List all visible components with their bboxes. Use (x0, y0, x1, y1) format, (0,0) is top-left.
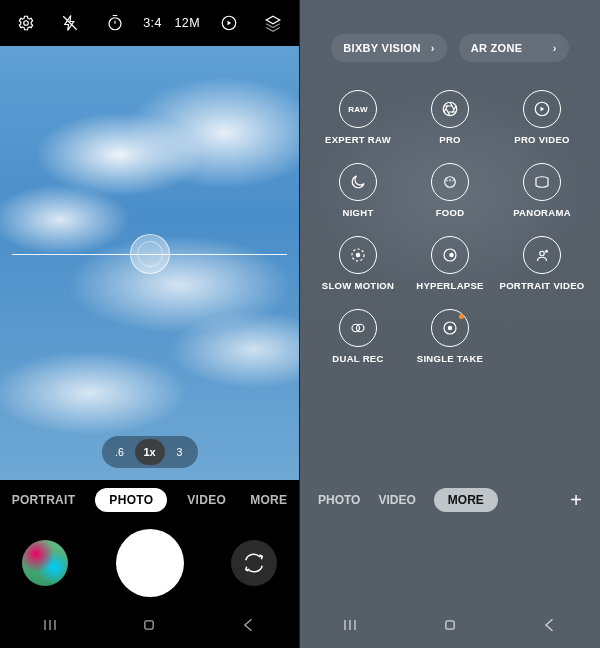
mode-label: PRO VIDEO (514, 134, 570, 145)
hyperlapse-icon (441, 246, 459, 264)
zoom-main[interactable]: 1x (135, 439, 165, 465)
mode-expert-raw[interactable]: RAW EXPERT RAW (312, 90, 404, 145)
nav-recents[interactable] (340, 615, 360, 639)
slow-motion-icon (349, 246, 367, 264)
mode-label: HYPERLAPSE (416, 280, 483, 291)
camera-photo-screen: 3:4 12M .6 1x 3 PORTRAIT PHOTO VIDEO MOR… (0, 0, 300, 648)
nav-back[interactable] (239, 615, 259, 639)
android-navbar (0, 606, 299, 648)
camera-controls (0, 520, 299, 606)
switch-camera-button[interactable] (231, 540, 277, 586)
recents-icon (340, 615, 360, 635)
zoom-ultrawide[interactable]: .6 (105, 439, 135, 465)
mode-label: EXPERT RAW (325, 134, 391, 145)
mode-selector[interactable]: PHOTO VIDEO MORE + (300, 480, 600, 520)
mode-label: PANORAMA (513, 207, 571, 218)
mode-video[interactable]: VIDEO (183, 488, 230, 512)
dual-rec-icon (349, 319, 367, 337)
badge-dot-icon (459, 314, 464, 319)
panorama-icon (533, 173, 551, 191)
svg-rect-7 (145, 621, 153, 629)
recents-icon (40, 615, 60, 635)
mode-single-take[interactable]: SINGLE TAKE (404, 309, 496, 364)
mode-panorama[interactable]: PANORAMA (496, 163, 588, 218)
bixby-vision-label: BIXBY VISION (343, 42, 420, 54)
mode-portrait-video[interactable]: PORTRAIT VIDEO (496, 236, 588, 291)
svg-point-14 (449, 253, 454, 258)
mode-night[interactable]: NIGHT (312, 163, 404, 218)
mode-portrait[interactable]: PORTRAIT (8, 488, 80, 512)
svg-point-20 (448, 326, 453, 331)
svg-rect-24 (446, 621, 454, 629)
shutter-button[interactable] (116, 529, 184, 597)
portrait-video-icon (533, 246, 551, 264)
home-icon (139, 615, 159, 635)
mode-label: PORTRAIT VIDEO (500, 280, 585, 291)
mode-food[interactable]: FOOD (404, 163, 496, 218)
ar-zone-label: AR ZONE (471, 42, 523, 54)
settings-button[interactable] (10, 14, 42, 32)
ar-zone-button[interactable]: AR ZONE › (459, 34, 569, 62)
edit-modes-button[interactable]: + (570, 489, 582, 512)
android-navbar (300, 606, 600, 648)
nav-recents[interactable] (40, 615, 60, 639)
nav-home[interactable] (139, 615, 159, 639)
chevron-right-icon: › (553, 42, 557, 54)
mode-label: SINGLE TAKE (417, 353, 483, 364)
back-icon (540, 615, 560, 635)
zoom-tele[interactable]: 3 (165, 439, 195, 465)
zoom-selector: .6 1x 3 (102, 436, 198, 468)
mode-label: PRO (439, 134, 461, 145)
mode-label: SLOW MOTION (322, 280, 394, 291)
food-icon (441, 173, 459, 191)
moon-icon (349, 173, 367, 191)
timer-icon (106, 14, 124, 32)
motion-photo-button[interactable] (213, 14, 245, 32)
home-icon (440, 615, 460, 635)
svg-point-0 (24, 21, 29, 26)
timer-button[interactable] (99, 14, 131, 32)
svg-point-10 (445, 177, 456, 188)
svg-point-16 (545, 250, 548, 253)
mode-more[interactable]: MORE (434, 488, 498, 512)
back-icon (239, 615, 259, 635)
filters-button[interactable] (257, 14, 289, 32)
camera-more-screen: BIXBY VISION › AR ZONE › RAW EXPERT RAW … (300, 0, 600, 648)
gear-icon (17, 14, 35, 32)
controls-placeholder (300, 520, 600, 606)
mode-selector[interactable]: PORTRAIT PHOTO VIDEO MORE (0, 480, 299, 520)
flash-off-icon (61, 14, 79, 32)
mode-dual-rec[interactable]: DUAL REC (312, 309, 404, 364)
mode-photo[interactable]: PHOTO (318, 493, 360, 507)
mode-more[interactable]: MORE (246, 488, 291, 512)
raw-icon: RAW (348, 105, 368, 114)
switch-camera-icon (243, 552, 265, 574)
level-indicator (130, 234, 170, 274)
mode-photo[interactable]: PHOTO (95, 488, 167, 512)
pro-video-icon (533, 100, 551, 118)
svg-point-15 (540, 251, 545, 256)
gallery-thumbnail[interactable] (22, 540, 68, 586)
nav-home[interactable] (440, 615, 460, 639)
bixby-vision-button[interactable]: BIXBY VISION › (331, 34, 446, 62)
single-take-icon (441, 319, 459, 337)
mode-pro-video[interactable]: PRO VIDEO (496, 90, 588, 145)
aspect-ratio-button[interactable]: 3:4 (143, 16, 162, 30)
camera-viewfinder[interactable]: .6 1x 3 (0, 46, 299, 480)
mode-video[interactable]: VIDEO (378, 493, 415, 507)
svg-point-12 (356, 253, 361, 258)
resolution-button[interactable]: 12M (174, 16, 200, 30)
modes-grid: RAW EXPERT RAW PRO PRO VIDEO NIGHT FOOD … (300, 70, 600, 372)
mode-pro[interactable]: PRO (404, 90, 496, 145)
mode-label: FOOD (436, 207, 465, 218)
camera-topbar: 3:4 12M (0, 0, 299, 46)
mode-label: NIGHT (342, 207, 373, 218)
mode-slow-motion[interactable]: SLOW MOTION (312, 236, 404, 291)
mode-hyperlapse[interactable]: HYPERLAPSE (404, 236, 496, 291)
filters-icon (264, 14, 282, 32)
nav-back[interactable] (540, 615, 560, 639)
flash-button[interactable] (54, 14, 86, 32)
svg-point-18 (357, 324, 365, 332)
more-shortcuts: BIXBY VISION › AR ZONE › (300, 22, 600, 70)
aperture-icon (441, 100, 459, 118)
